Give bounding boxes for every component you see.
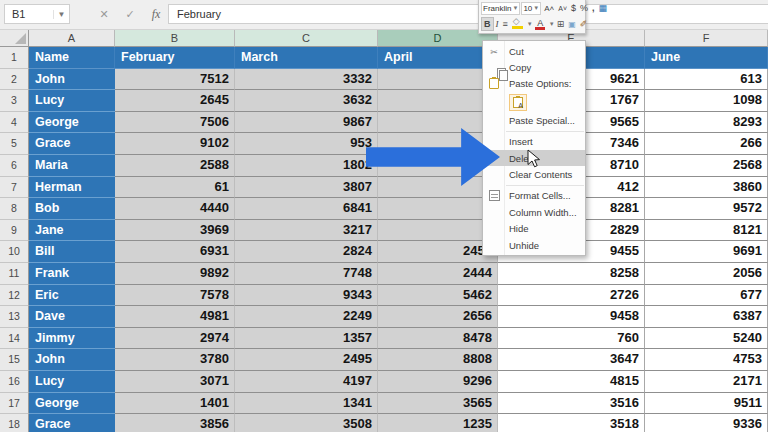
merge-cells-button[interactable] xyxy=(566,17,578,31)
row-header-7[interactable]: 7 xyxy=(0,177,29,199)
font-color-button[interactable]: A xyxy=(533,17,548,31)
cell-C10[interactable]: 2824 xyxy=(235,241,378,263)
paste-option-button[interactable] xyxy=(483,92,585,112)
cell-A16[interactable]: Lucy xyxy=(29,371,115,393)
column-header-B[interactable]: B xyxy=(115,30,235,47)
cell-D12[interactable]: 5462 xyxy=(378,285,498,307)
cell-B18[interactable]: 3856 xyxy=(115,414,235,432)
cell-A11[interactable]: Frank xyxy=(29,263,115,285)
select-all-button[interactable] xyxy=(0,30,29,47)
menu-item-hide[interactable]: Hide xyxy=(483,221,585,237)
cell-A15[interactable]: John xyxy=(29,349,115,371)
column-header-A[interactable]: A xyxy=(29,30,115,47)
row-header-2[interactable]: 2 xyxy=(0,69,29,91)
cell-F12[interactable]: 677 xyxy=(645,285,768,307)
cell-C2[interactable]: 3332 xyxy=(235,69,378,91)
cell-A14[interactable]: Jimmy xyxy=(29,328,115,350)
cell-F17[interactable]: 9511 xyxy=(645,393,768,415)
cell-F2[interactable]: 613 xyxy=(645,69,768,91)
format-as-table-button[interactable] xyxy=(597,1,610,15)
cell-A7[interactable]: Herman xyxy=(29,177,115,199)
cell-A5[interactable]: Grace xyxy=(29,133,115,155)
cell-B7[interactable]: 61 xyxy=(115,177,235,199)
italic-button[interactable]: I xyxy=(494,17,501,31)
row-header-10[interactable]: 10 xyxy=(0,241,29,263)
cell-D3[interactable] xyxy=(378,90,498,112)
cell-B16[interactable]: 3071 xyxy=(115,371,235,393)
cell-B17[interactable]: 1401 xyxy=(115,393,235,415)
cell-A12[interactable]: Eric xyxy=(29,285,115,307)
cell-B9[interactable]: 3969 xyxy=(115,220,235,242)
cell-F16[interactable]: 2171 xyxy=(645,371,768,393)
font-size-select[interactable]: 10 ▼ xyxy=(521,2,541,15)
center-align-button[interactable] xyxy=(501,17,510,31)
cell-C13[interactable]: 2249 xyxy=(235,306,378,328)
percent-style-button[interactable] xyxy=(578,1,590,15)
row-header-8[interactable]: 8 xyxy=(0,198,29,220)
cell-F9[interactable]: 8121 xyxy=(645,220,768,242)
cell-A17[interactable]: George xyxy=(29,393,115,415)
cell-B1[interactable]: February xyxy=(115,47,235,69)
cell-D9[interactable]: 1 xyxy=(378,220,498,242)
fill-color-button[interactable] xyxy=(510,17,526,31)
cell-D11[interactable]: 2444 xyxy=(378,263,498,285)
row-header-1[interactable]: 1 xyxy=(0,47,29,69)
cell-F5[interactable]: 266 xyxy=(645,133,768,155)
cell-C4[interactable]: 9867 xyxy=(235,112,378,134)
row-header-12[interactable]: 12 xyxy=(0,285,29,307)
cell-F3[interactable]: 1098 xyxy=(645,90,768,112)
cell-D10[interactable]: 2453 xyxy=(378,241,498,263)
cell-E13[interactable]: 9458 xyxy=(498,306,645,328)
cell-A10[interactable]: Bill xyxy=(29,241,115,263)
cell-F8[interactable]: 9572 xyxy=(645,198,768,220)
cell-B13[interactable]: 4981 xyxy=(115,306,235,328)
cell-E17[interactable]: 3516 xyxy=(498,393,645,415)
cell-E15[interactable]: 3647 xyxy=(498,349,645,371)
cell-F7[interactable]: 3860 xyxy=(645,177,768,199)
cell-E11[interactable]: 8258 xyxy=(498,263,645,285)
cell-C5[interactable]: 953 xyxy=(235,133,378,155)
cell-C7[interactable]: 3807 xyxy=(235,177,378,199)
cell-F15[interactable]: 4753 xyxy=(645,349,768,371)
row-header-4[interactable]: 4 xyxy=(0,112,29,134)
row-header-16[interactable]: 16 xyxy=(0,371,29,393)
cell-D8[interactable]: 1 xyxy=(378,198,498,220)
bold-button[interactable]: B xyxy=(481,17,494,31)
cell-C6[interactable]: 1802 xyxy=(235,155,378,177)
cell-D2[interactable]: 6 xyxy=(378,69,498,91)
paste-icon[interactable] xyxy=(509,94,527,111)
row-header-5[interactable]: 5 xyxy=(0,133,29,155)
cell-C17[interactable]: 1341 xyxy=(235,393,378,415)
cell-D18[interactable]: 1235 xyxy=(378,414,498,432)
cell-A8[interactable]: Bob xyxy=(29,198,115,220)
cell-A4[interactable]: George xyxy=(29,112,115,134)
cell-B5[interactable]: 9102 xyxy=(115,133,235,155)
menu-item-cut[interactable]: Cut xyxy=(483,43,585,59)
cell-B4[interactable]: 7506 xyxy=(115,112,235,134)
cell-C1[interactable]: March xyxy=(235,47,378,69)
cell-E14[interactable]: 760 xyxy=(498,328,645,350)
cell-F1[interactable]: June xyxy=(645,47,768,69)
cell-D7[interactable]: 2 xyxy=(378,177,498,199)
cell-B10[interactable]: 6931 xyxy=(115,241,235,263)
formula-input[interactable]: February xyxy=(168,4,768,24)
cell-D4[interactable]: 3 xyxy=(378,112,498,134)
cell-F10[interactable]: 9691 xyxy=(645,241,768,263)
cell-B14[interactable]: 2974 xyxy=(115,328,235,350)
row-header-18[interactable]: 18 xyxy=(0,414,29,432)
cell-C12[interactable]: 9343 xyxy=(235,285,378,307)
insert-function-button[interactable]: fx xyxy=(144,4,168,24)
cell-D15[interactable]: 8808 xyxy=(378,349,498,371)
menu-item-format-cells[interactable]: Format Cells... xyxy=(483,188,585,204)
cell-A6[interactable]: Maria xyxy=(29,155,115,177)
row-header-14[interactable]: 14 xyxy=(0,328,29,350)
enter-button[interactable]: ✓ xyxy=(118,4,142,24)
cell-D17[interactable]: 3565 xyxy=(378,393,498,415)
row-header-3[interactable]: 3 xyxy=(0,90,29,112)
row-header-13[interactable]: 13 xyxy=(0,306,29,328)
cell-B8[interactable]: 4440 xyxy=(115,198,235,220)
cell-C16[interactable]: 4197 xyxy=(235,371,378,393)
menu-item-column-width[interactable]: Column Width... xyxy=(483,204,585,220)
cell-E12[interactable]: 2726 xyxy=(498,285,645,307)
shrink-font-button[interactable] xyxy=(556,1,569,15)
